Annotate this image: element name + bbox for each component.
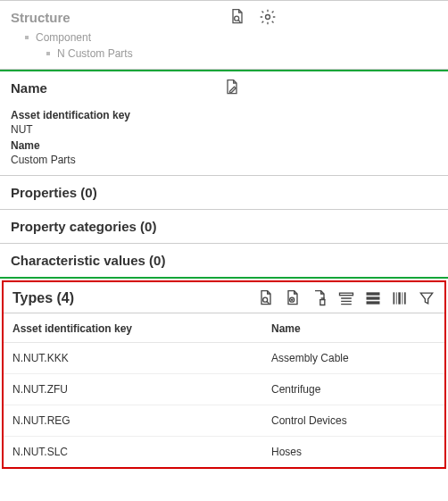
property-categories-section[interactable]: Property categories (0)	[0, 210, 448, 244]
doc-search-icon[interactable]	[228, 8, 246, 26]
svg-rect-10	[398, 292, 401, 304]
cell-key: N.NUT.REG	[12, 414, 271, 427]
svg-rect-9	[396, 292, 397, 304]
svg-rect-11	[402, 292, 403, 304]
name-title: Name	[11, 80, 47, 96]
cell-key: N.NUT.ZFU	[12, 383, 271, 396]
cell-key: N.NUT.KKK	[12, 352, 271, 364]
types-divider	[0, 277, 448, 279]
bullet-icon	[25, 36, 29, 39]
svg-rect-8	[394, 292, 395, 304]
cell-name: Hoses	[271, 446, 436, 458]
types-title: Types (4)	[12, 290, 74, 306]
gear-icon[interactable]	[259, 8, 277, 26]
doc-delete-icon[interactable]	[311, 289, 328, 307]
svg-point-1	[266, 15, 270, 20]
svg-point-0	[235, 16, 239, 21]
svg-rect-12	[404, 292, 406, 304]
types-toolbar	[257, 289, 436, 307]
structure-toolbar	[228, 8, 437, 26]
bullet-icon	[46, 52, 50, 55]
svg-rect-5	[367, 292, 380, 295]
structure-tree: Component N Custom Parts	[0, 31, 448, 69]
doc-search-icon[interactable]	[257, 289, 275, 307]
svg-rect-6	[367, 296, 380, 299]
field-value-name: Custom Parts	[11, 154, 437, 166]
filter-icon[interactable]	[418, 289, 436, 307]
structure-header: Structure	[0, 1, 448, 31]
list-icon[interactable]	[364, 289, 382, 307]
property-categories-title: Property categories (0)	[11, 219, 156, 234]
characteristic-values-section[interactable]: Characteristic values (0)	[0, 244, 448, 277]
table-row[interactable]: N.NUT.REG Control Devices	[4, 405, 444, 437]
tree-item-custom-parts[interactable]: N Custom Parts	[11, 47, 437, 60]
name-header: Name	[0, 71, 448, 102]
view-icon[interactable]	[337, 289, 355, 307]
tree-label: Component	[36, 31, 91, 44]
characteristic-values-title: Characteristic values (0)	[11, 253, 165, 268]
col-header-key[interactable]: Asset identification key	[12, 322, 271, 335]
cell-name: Centrifuge	[271, 383, 436, 396]
properties-title: Properties (0)	[11, 185, 97, 200]
tree-item-component[interactable]: Component	[11, 31, 437, 44]
structure-panel: Structure Component N Custom Parts	[0, 0, 448, 70]
doc-add-icon[interactable]	[284, 289, 302, 307]
cell-name: Assembly Cable	[271, 352, 436, 364]
name-panel: Name Asset identification key NUT Name C…	[0, 70, 448, 176]
table-row[interactable]: N.NUT.KKK Assembly Cable	[4, 343, 444, 374]
properties-section[interactable]: Properties (0)	[0, 176, 448, 210]
name-body: Asset identification key NUT Name Custom…	[0, 102, 448, 175]
svg-point-2	[263, 297, 268, 302]
field-label-aik: Asset identification key	[11, 109, 437, 121]
svg-rect-7	[367, 301, 380, 304]
barcode-icon[interactable]	[391, 289, 409, 307]
types-header: Types (4)	[4, 282, 444, 313]
types-panel: Types (4)	[2, 280, 446, 469]
types-table-header: Asset identification key Name	[4, 313, 444, 343]
cell-key: N.NUT.SLC	[12, 446, 271, 458]
cell-name: Control Devices	[271, 414, 436, 427]
table-row[interactable]: N.NUT.ZFU Centrifuge	[4, 374, 444, 405]
col-header-name[interactable]: Name	[271, 322, 436, 335]
name-toolbar	[223, 79, 437, 96]
types-table-body: N.NUT.KKK Assembly Cable N.NUT.ZFU Centr…	[4, 343, 444, 467]
doc-edit-icon[interactable]	[223, 79, 241, 96]
field-value-aik: NUT	[11, 123, 437, 136]
structure-title: Structure	[11, 10, 71, 25]
svg-rect-4	[340, 293, 353, 296]
tree-label: N Custom Parts	[57, 47, 133, 60]
field-label-name: Name	[11, 139, 437, 152]
table-row[interactable]: N.NUT.SLC Hoses	[4, 437, 444, 467]
